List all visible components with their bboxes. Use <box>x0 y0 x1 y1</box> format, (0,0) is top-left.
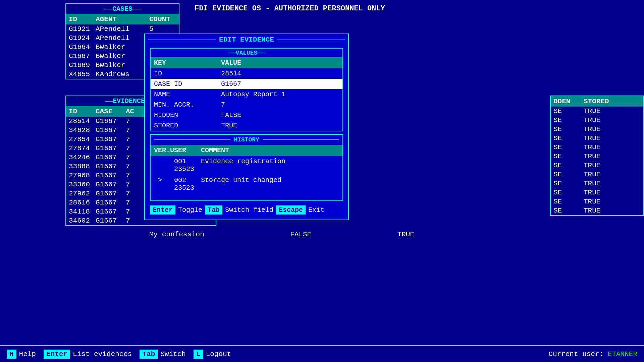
enter-label: Toggle <box>178 206 202 214</box>
cases-panel-title: ——CASES—— <box>66 4 179 14</box>
switch-label: Switch <box>160 350 186 358</box>
edit-evidence-modal: EDIT EVIDENCE ——VALUES—— KEY VALUE ID 28… <box>144 34 349 220</box>
below-modal-row: My confession FALSE TRUE <box>144 231 419 238</box>
escape-key[interactable]: Escape <box>276 205 306 215</box>
values-panel: ——VALUES—— KEY VALUE ID 28514 CASE ID G1… <box>150 48 343 131</box>
tab-key[interactable]: Tab <box>205 205 222 215</box>
username: ETANNER <box>608 350 637 358</box>
list-item[interactable]: SETRUE <box>551 170 643 179</box>
right-rows: SETRUESETRUESETRUESETRUESETRUESETRUESETR… <box>551 107 643 215</box>
tab-label: Switch field <box>225 206 273 214</box>
history-row-2[interactable]: -> 002 23523 Storage unit changed <box>151 175 342 193</box>
user-col-header <box>174 146 201 154</box>
list-item[interactable]: SETRUE <box>551 179 643 188</box>
list-item[interactable]: SETRUE <box>551 197 643 206</box>
enter-key-status[interactable]: Enter <box>44 350 70 359</box>
history-panel-title: HISTORY <box>151 135 342 145</box>
values-row-name[interactable]: NAME Autopsy Report 1 <box>151 89 342 100</box>
escape-label: Exit <box>308 206 324 214</box>
list-item[interactable]: SETRUE <box>551 152 643 161</box>
edit-modal-title: EDIT EVIDENCE <box>145 34 348 45</box>
confession-stored: TRUE <box>397 231 414 238</box>
values-row-minaccr[interactable]: MIN. ACCR. 7 <box>151 100 342 110</box>
help-label: Help <box>19 350 36 358</box>
l-key-status[interactable]: L <box>194 350 203 359</box>
list-item[interactable]: SETRUE <box>551 134 643 143</box>
warning-text: AUTHORIZED PERSONNEL ONLY <box>274 4 385 13</box>
col-count: COUNT <box>149 15 176 23</box>
values-row-hidden[interactable]: HIDDEN FALSE <box>151 110 342 120</box>
list-item[interactable]: SETRUE <box>551 107 643 116</box>
right-panel: DDEN STORED SETRUESETRUESETRUESETRUESETR… <box>550 96 644 216</box>
col-case: CASE <box>96 108 126 115</box>
current-user-display: Current user: ETANNER <box>548 350 637 358</box>
list-item[interactable]: SETRUE <box>551 116 643 125</box>
list-item[interactable]: SETRUE <box>551 206 643 215</box>
history-row-1[interactable]: 001 23523 Evidence registration <box>151 156 342 175</box>
confession-label: My confession <box>149 231 204 238</box>
col-id: ID <box>69 15 96 23</box>
list-item[interactable]: SETRUE <box>551 161 643 170</box>
values-header: KEY VALUE <box>151 57 342 68</box>
key-col-header: KEY <box>154 59 221 67</box>
list-item[interactable]: SETRUE <box>551 188 643 197</box>
values-row-caseid[interactable]: CASE ID G1667 <box>151 79 342 89</box>
list-item[interactable]: SETRUE <box>551 125 643 134</box>
value-col-header: VALUE <box>221 59 339 67</box>
values-panel-title: ——VALUES—— <box>151 49 342 57</box>
logout-label: Logout <box>206 350 231 358</box>
values-row-id[interactable]: ID 28514 <box>151 68 342 79</box>
modal-shortcuts: Enter Toggle Tab Switch field Escape Exi… <box>145 204 348 216</box>
tab-key-status[interactable]: Tab <box>140 350 158 359</box>
cases-table-header: ID AGENT COUNT <box>66 14 179 24</box>
col-stored: STORED <box>584 98 624 105</box>
status-bar: H Help Enter List evidences Tab Switch L… <box>0 345 644 362</box>
comment-col-header: COMMENT <box>201 146 339 154</box>
col-id: ID <box>69 108 96 115</box>
enter-key[interactable]: Enter <box>150 205 175 215</box>
right-table-header: DDEN STORED <box>551 96 643 107</box>
list-item[interactable]: G1921APendell5 <box>66 24 179 34</box>
col-agent: AGENT <box>96 15 149 23</box>
col-hidden: DDEN <box>553 98 584 105</box>
col-ac: AC <box>126 108 146 115</box>
header-title: FDI EVIDENCE OS - AUTHORIZED PERSONNEL O… <box>195 4 385 13</box>
list-evidences-label: List evidences <box>73 350 132 358</box>
history-panel: HISTORY VER.USER COMMENT 001 23523 Evide… <box>150 134 343 201</box>
confession-hidden: FALSE <box>290 231 311 238</box>
h-key[interactable]: H <box>7 350 16 359</box>
ver-col-header: VER.USER <box>154 146 174 154</box>
list-item[interactable]: SETRUE <box>551 143 643 152</box>
values-row-stored[interactable]: STORED TRUE <box>151 120 342 131</box>
history-header: VER.USER COMMENT <box>151 145 342 156</box>
system-name: FDI EVIDENCE OS - <box>195 4 270 13</box>
